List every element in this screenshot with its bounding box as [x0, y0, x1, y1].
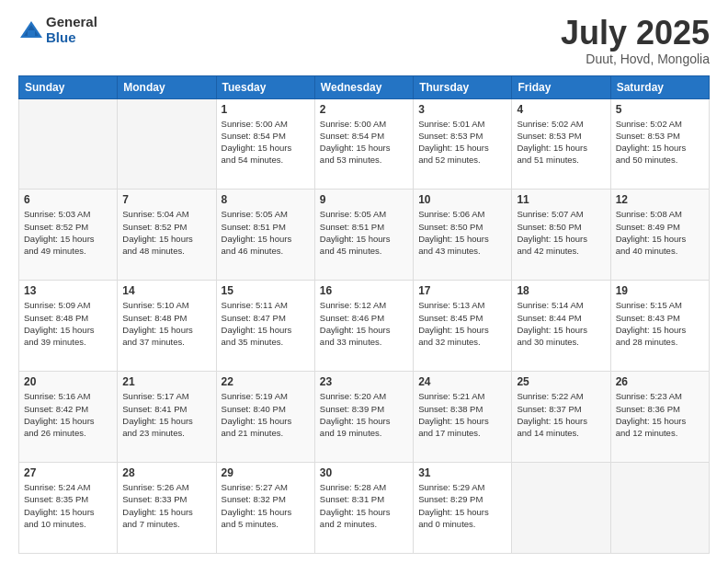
day-number: 1	[222, 103, 310, 116]
calendar-cell-w5-d4: 31Sunrise: 5:29 AM Sunset: 8:29 PM Dayli…	[414, 463, 512, 554]
calendar-cell-w4-d4: 24Sunrise: 5:21 AM Sunset: 8:38 PM Dayli…	[414, 372, 512, 463]
day-info: Sunrise: 5:27 AM Sunset: 8:32 PM Dayligh…	[222, 481, 310, 530]
calendar-week-1: 1Sunrise: 5:00 AM Sunset: 8:54 PM Daylig…	[19, 98, 710, 190]
day-info: Sunrise: 5:09 AM Sunset: 8:48 PM Dayligh…	[24, 299, 112, 348]
calendar-table: Sunday Monday Tuesday Wednesday Thursday…	[18, 75, 710, 554]
day-number: 8	[222, 193, 310, 206]
day-number: 16	[320, 284, 408, 297]
calendar-cell-w1-d3: 2Sunrise: 5:00 AM Sunset: 8:54 PM Daylig…	[314, 98, 413, 190]
day-number: 24	[418, 375, 506, 388]
logo-blue-text: Blue	[46, 30, 97, 46]
day-number: 28	[122, 466, 210, 479]
day-number: 11	[517, 193, 605, 206]
day-number: 20	[24, 375, 112, 388]
day-info: Sunrise: 5:24 AM Sunset: 8:35 PM Dayligh…	[24, 481, 112, 530]
calendar-cell-w3-d6: 19Sunrise: 5:15 AM Sunset: 8:43 PM Dayli…	[610, 281, 709, 372]
calendar-cell-w2-d5: 11Sunrise: 5:07 AM Sunset: 8:50 PM Dayli…	[512, 190, 610, 281]
day-number: 26	[616, 375, 704, 388]
day-info: Sunrise: 5:05 AM Sunset: 8:51 PM Dayligh…	[320, 208, 408, 257]
day-info: Sunrise: 5:21 AM Sunset: 8:38 PM Dayligh…	[418, 390, 506, 439]
logo-text: General Blue	[46, 15, 97, 45]
calendar-cell-w1-d1	[118, 98, 216, 190]
day-info: Sunrise: 5:08 AM Sunset: 8:49 PM Dayligh…	[616, 208, 704, 257]
day-info: Sunrise: 5:12 AM Sunset: 8:46 PM Dayligh…	[320, 299, 408, 348]
calendar-week-3: 13Sunrise: 5:09 AM Sunset: 8:48 PM Dayli…	[19, 281, 710, 372]
calendar-header-row: Sunday Monday Tuesday Wednesday Thursday…	[19, 75, 710, 98]
day-number: 9	[320, 193, 408, 206]
day-info: Sunrise: 5:22 AM Sunset: 8:37 PM Dayligh…	[517, 390, 605, 439]
calendar-cell-w2-d4: 10Sunrise: 5:06 AM Sunset: 8:50 PM Dayli…	[414, 190, 512, 281]
calendar-cell-w2-d6: 12Sunrise: 5:08 AM Sunset: 8:49 PM Dayli…	[610, 190, 709, 281]
col-tuesday: Tuesday	[216, 75, 314, 98]
col-monday: Monday	[118, 75, 216, 98]
day-number: 30	[320, 466, 408, 479]
day-info: Sunrise: 5:23 AM Sunset: 8:36 PM Dayligh…	[616, 390, 704, 439]
day-number: 21	[122, 375, 210, 388]
day-number: 25	[517, 375, 605, 388]
month-year-title: July 2025	[561, 15, 710, 52]
calendar-cell-w5-d5	[512, 463, 610, 554]
day-info: Sunrise: 5:19 AM Sunset: 8:40 PM Dayligh…	[222, 390, 310, 439]
day-number: 4	[517, 103, 605, 116]
calendar-cell-w4-d1: 21Sunrise: 5:17 AM Sunset: 8:41 PM Dayli…	[118, 372, 216, 463]
logo-icon	[18, 17, 44, 43]
location-subtitle: Duut, Hovd, Mongolia	[561, 52, 710, 66]
day-number: 6	[24, 193, 112, 206]
calendar-cell-w4-d2: 22Sunrise: 5:19 AM Sunset: 8:40 PM Dayli…	[216, 372, 314, 463]
calendar-cell-w5-d0: 27Sunrise: 5:24 AM Sunset: 8:35 PM Dayli…	[19, 463, 118, 554]
calendar-cell-w2-d1: 7Sunrise: 5:04 AM Sunset: 8:52 PM Daylig…	[118, 190, 216, 281]
day-info: Sunrise: 5:04 AM Sunset: 8:52 PM Dayligh…	[122, 208, 210, 257]
day-info: Sunrise: 5:02 AM Sunset: 8:53 PM Dayligh…	[517, 118, 605, 167]
day-number: 27	[24, 466, 112, 479]
calendar-cell-w4-d3: 23Sunrise: 5:20 AM Sunset: 8:39 PM Dayli…	[314, 372, 413, 463]
col-sunday: Sunday	[19, 75, 118, 98]
day-info: Sunrise: 5:06 AM Sunset: 8:50 PM Dayligh…	[418, 208, 506, 257]
calendar-cell-w4-d5: 25Sunrise: 5:22 AM Sunset: 8:37 PM Dayli…	[512, 372, 610, 463]
day-number: 2	[320, 103, 408, 116]
calendar-cell-w3-d2: 15Sunrise: 5:11 AM Sunset: 8:47 PM Dayli…	[216, 281, 314, 372]
day-number: 12	[616, 193, 704, 206]
col-thursday: Thursday	[414, 75, 512, 98]
day-info: Sunrise: 5:05 AM Sunset: 8:51 PM Dayligh…	[222, 208, 310, 257]
day-number: 17	[418, 284, 506, 297]
day-info: Sunrise: 5:14 AM Sunset: 8:44 PM Dayligh…	[517, 299, 605, 348]
day-info: Sunrise: 5:15 AM Sunset: 8:43 PM Dayligh…	[616, 299, 704, 348]
calendar-cell-w5-d2: 29Sunrise: 5:27 AM Sunset: 8:32 PM Dayli…	[216, 463, 314, 554]
logo: General Blue	[18, 15, 97, 45]
page: General Blue July 2025 Duut, Hovd, Mongo…	[0, 0, 728, 563]
calendar-cell-w4-d6: 26Sunrise: 5:23 AM Sunset: 8:36 PM Dayli…	[610, 372, 709, 463]
day-number: 5	[616, 103, 704, 116]
day-info: Sunrise: 5:20 AM Sunset: 8:39 PM Dayligh…	[320, 390, 408, 439]
calendar-cell-w2-d3: 9Sunrise: 5:05 AM Sunset: 8:51 PM Daylig…	[314, 190, 413, 281]
day-info: Sunrise: 5:11 AM Sunset: 8:47 PM Dayligh…	[222, 299, 310, 348]
day-info: Sunrise: 5:16 AM Sunset: 8:42 PM Dayligh…	[24, 390, 112, 439]
calendar-cell-w1-d0	[19, 98, 118, 190]
calendar-cell-w3-d5: 18Sunrise: 5:14 AM Sunset: 8:44 PM Dayli…	[512, 281, 610, 372]
day-number: 18	[517, 284, 605, 297]
calendar-cell-w1-d2: 1Sunrise: 5:00 AM Sunset: 8:54 PM Daylig…	[216, 98, 314, 190]
calendar-week-2: 6Sunrise: 5:03 AM Sunset: 8:52 PM Daylig…	[19, 190, 710, 281]
calendar-cell-w1-d5: 4Sunrise: 5:02 AM Sunset: 8:53 PM Daylig…	[512, 98, 610, 190]
day-number: 10	[418, 193, 506, 206]
day-number: 14	[122, 284, 210, 297]
day-info: Sunrise: 5:29 AM Sunset: 8:29 PM Dayligh…	[418, 481, 506, 530]
day-number: 29	[222, 466, 310, 479]
calendar-week-5: 27Sunrise: 5:24 AM Sunset: 8:35 PM Dayli…	[19, 463, 710, 554]
calendar-cell-w5-d1: 28Sunrise: 5:26 AM Sunset: 8:33 PM Dayli…	[118, 463, 216, 554]
day-number: 19	[616, 284, 704, 297]
calendar-cell-w1-d6: 5Sunrise: 5:02 AM Sunset: 8:53 PM Daylig…	[610, 98, 709, 190]
calendar-cell-w2-d0: 6Sunrise: 5:03 AM Sunset: 8:52 PM Daylig…	[19, 190, 118, 281]
day-number: 3	[418, 103, 506, 116]
calendar-cell-w4-d0: 20Sunrise: 5:16 AM Sunset: 8:42 PM Dayli…	[19, 372, 118, 463]
day-info: Sunrise: 5:26 AM Sunset: 8:33 PM Dayligh…	[122, 481, 210, 530]
col-friday: Friday	[512, 75, 610, 98]
day-number: 31	[418, 466, 506, 479]
calendar-cell-w1-d4: 3Sunrise: 5:01 AM Sunset: 8:53 PM Daylig…	[414, 98, 512, 190]
calendar-cell-w2-d2: 8Sunrise: 5:05 AM Sunset: 8:51 PM Daylig…	[216, 190, 314, 281]
svg-rect-2	[28, 30, 35, 38]
logo-general-text: General	[46, 15, 97, 30]
day-number: 15	[222, 284, 310, 297]
calendar-week-4: 20Sunrise: 5:16 AM Sunset: 8:42 PM Dayli…	[19, 372, 710, 463]
title-block: July 2025 Duut, Hovd, Mongolia	[561, 15, 710, 66]
calendar-cell-w3-d4: 17Sunrise: 5:13 AM Sunset: 8:45 PM Dayli…	[414, 281, 512, 372]
